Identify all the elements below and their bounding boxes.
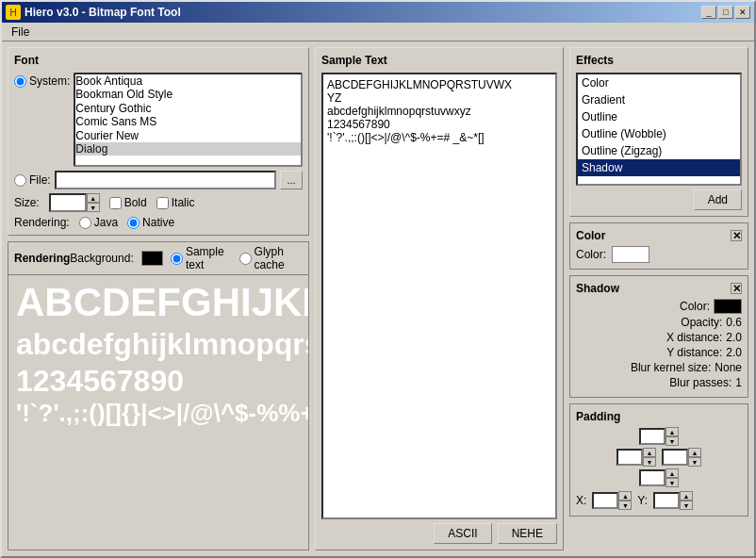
padding-top-input[interactable]: 0 (639, 428, 666, 445)
rendering-label: Rendering: (14, 216, 70, 229)
italic-checkbox-label[interactable]: Italic (156, 196, 195, 209)
shadow-xdist-value: 2.0 (726, 331, 742, 344)
render-line-2: abcdefghijklmnopqrstuvwxyz (16, 326, 301, 362)
java-radio-label[interactable]: Java (79, 216, 118, 229)
color-label: Color: (576, 248, 606, 261)
effect-outline[interactable]: Outline (578, 108, 740, 125)
padding-right-container: 0 ▲ ▼ (662, 448, 701, 467)
shadow-blur-passes-label: Blur passes: (576, 376, 735, 389)
y-up[interactable]: ▲ (680, 491, 693, 501)
x-input[interactable]: 0 (592, 492, 618, 509)
menubar: File (2, 23, 754, 41)
minimize-button[interactable]: _ (701, 6, 716, 19)
padding-top-up[interactable]: ▲ (666, 427, 679, 436)
font-list-with-scroll: Book Antiqua Bookman Old Style Century G… (74, 73, 303, 167)
sample-text-area[interactable]: ABCDEFGHIJKLMNOPQRSTUVWX YZ abcdefghijkl… (321, 73, 557, 519)
padding-left-input[interactable]: 4 (616, 449, 643, 466)
file-radio-label[interactable]: File: (14, 173, 51, 187)
main-content: Font System: Book Antiqua Bookman Old St… (2, 41, 754, 556)
add-effect-button[interactable]: Add (694, 189, 742, 210)
padding-left-up[interactable]: ▲ (643, 448, 656, 457)
padding-top-spin: ▲ ▼ (666, 427, 679, 446)
close-button[interactable]: ✕ (735, 6, 750, 19)
sample-line-2: YZ (327, 91, 551, 105)
padding-top-down[interactable]: ▼ (666, 436, 679, 446)
padding-left-spin: ▲ ▼ (643, 448, 656, 467)
rendering-section: Rendering Background: Sample text Glyph … (8, 241, 309, 550)
padding-bottom-container: 0 ▲ ▼ (639, 468, 679, 487)
padding-right-input[interactable]: 0 (662, 449, 688, 466)
size-spin-buttons: ▲ ▼ (87, 193, 100, 212)
size-up-button[interactable]: ▲ (87, 193, 100, 203)
italic-checkbox[interactable] (156, 197, 169, 209)
effect-shadow[interactable]: Shadow (578, 159, 740, 176)
system-radio[interactable] (14, 75, 26, 88)
font-panel: Font System: Book Antiqua Bookman Old St… (8, 47, 309, 236)
sample-text-radio-label[interactable]: Sample text (171, 245, 232, 271)
shadow-color-label: Color: (576, 300, 714, 313)
sample-text-radio[interactable] (171, 253, 183, 265)
bold-label: Bold (124, 196, 147, 209)
padding-bottom-down[interactable]: ▼ (666, 478, 679, 487)
rendering-title: Rendering (14, 252, 70, 265)
app-icon: H (6, 5, 21, 20)
shadow-panel-close[interactable]: ✕ (731, 283, 742, 294)
xy-row: X: 0 ▲ ▼ Y: 0 ▲ ▼ (576, 491, 742, 510)
shadow-xdist-row: X distance: 2.0 (576, 331, 742, 344)
file-radio[interactable] (14, 174, 26, 187)
padding-bottom-up[interactable]: ▲ (666, 468, 679, 478)
sample-panel-title: Sample Text (321, 54, 557, 67)
padding-top-container: 0 ▲ ▼ (639, 427, 679, 446)
bold-checkbox[interactable] (109, 197, 122, 209)
glyph-cache-radio-label[interactable]: Glyph cache (239, 245, 303, 271)
menu-file[interactable]: File (6, 24, 35, 41)
padding-right-up[interactable]: ▲ (688, 448, 701, 457)
background-swatch[interactable] (141, 251, 163, 266)
font-system-row: System: Book Antiqua Bookman Old Style C… (14, 73, 303, 167)
x-up[interactable]: ▲ (618, 491, 632, 501)
effect-outline-wobble[interactable]: Outline (Wobble) (578, 125, 740, 142)
font-option-book-antiqua[interactable]: Book Antiqua (75, 74, 301, 88)
shadow-blur-kernel-value: None (715, 361, 742, 374)
java-radio[interactable] (79, 217, 91, 229)
bold-checkbox-label[interactable]: Bold (109, 196, 147, 209)
font-option-century[interactable]: Century Gothic (75, 102, 301, 115)
y-down[interactable]: ▼ (680, 501, 693, 510)
padding-bottom-input[interactable]: 0 (639, 469, 666, 486)
shadow-color-swatch[interactable] (714, 299, 742, 314)
padding-right-down[interactable]: ▼ (688, 457, 701, 467)
shadow-panel-header: Shadow ✕ (576, 282, 742, 295)
color-panel: Color ✕ Color: (569, 222, 748, 270)
font-file-input[interactable] (55, 171, 276, 189)
size-down-button[interactable]: ▼ (87, 203, 100, 212)
x-down[interactable]: ▼ (618, 501, 632, 510)
effect-outline-zigzag[interactable]: Outline (Zigzag) (578, 142, 740, 159)
font-list[interactable]: Book Antiqua Bookman Old Style Century G… (74, 73, 303, 167)
y-input[interactable]: 0 (653, 492, 680, 509)
y-label: Y: (637, 494, 648, 507)
font-option-courier[interactable]: Courier New (75, 129, 301, 142)
x-input-container: 0 ▲ ▼ (592, 491, 632, 510)
font-option-bookman[interactable]: Bookman Old Style (75, 88, 301, 101)
right-column: Effects Color Gradient Outline Outline (… (569, 47, 748, 550)
effect-color[interactable]: Color (578, 74, 740, 91)
color-swatch[interactable] (612, 246, 649, 263)
size-input[interactable]: 32 (49, 193, 87, 212)
color-panel-close[interactable]: ✕ (731, 230, 742, 241)
italic-label: Italic (172, 196, 195, 209)
nehe-button[interactable]: NEHE (498, 523, 557, 544)
ascii-button[interactable]: ASCII (434, 523, 491, 544)
system-radio-label[interactable]: System: (14, 74, 70, 88)
font-option-comic[interactable]: Comic Sans MS (75, 115, 301, 128)
glyph-cache-radio[interactable] (239, 253, 252, 265)
native-radio-label[interactable]: Native (127, 216, 174, 229)
left-column: Font System: Book Antiqua Bookman Old St… (8, 47, 309, 550)
maximize-button[interactable]: □ (718, 6, 733, 19)
effect-gradient[interactable]: Gradient (578, 91, 740, 108)
rendering-header: Rendering Background: Sample text Glyph … (8, 242, 308, 275)
padding-left-down[interactable]: ▼ (643, 457, 656, 467)
shadow-panel-title: Shadow (576, 282, 619, 295)
native-radio[interactable] (127, 217, 140, 229)
font-option-dialog[interactable]: Dialog (75, 142, 301, 156)
browse-button[interactable]: ... (280, 171, 303, 189)
